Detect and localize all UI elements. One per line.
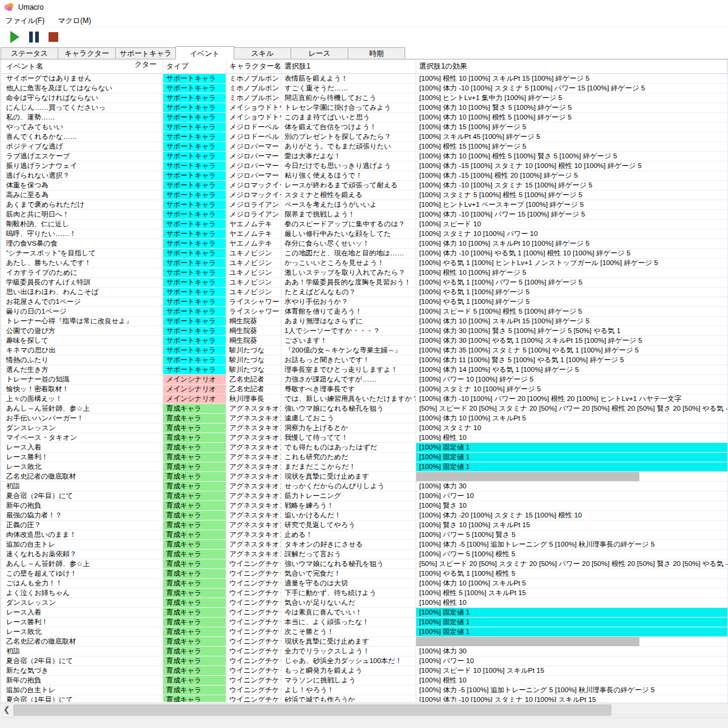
cell-character-name: ウイニングチケット — [226, 588, 281, 598]
table-row[interactable]: やってみてもいいサポートキャラメジロドーベル体を鍛えて自信をつけよう！[100%… — [1, 123, 727, 132]
tab-event[interactable]: イベント — [175, 46, 234, 59]
table-row[interactable]: 趣味を探してサポートキャラ桐生院葵ございます！[100%] 体力 30 [100… — [1, 336, 727, 346]
table-row[interactable]: 追加の自主トレ育成キャラウイニングチケットよし！やろう！[100%] 体力 -5… — [1, 686, 727, 695]
table-row[interactable]: 初詣育成キャラウイニングチケット全力でリラックスしよう！[100%] 体力 30 — [1, 647, 727, 656]
pause-button[interactable] — [26, 30, 42, 44]
table-row[interactable]: お花屋さんでの1ページサポートキャラライスシャワー水やり手伝おうか？[100%]… — [1, 297, 727, 307]
cell-character-name: メイショウドトウ — [226, 103, 281, 112]
table-row[interactable]: 新たな気づき育成キャラウイニングチケットもっと瞬発力を鍛えよう[100%] スピ… — [1, 666, 727, 676]
table-row[interactable]: 乙名史記者の徹底取材育成キャラアグネスタキオン現状を真摯に受け止めます — [1, 472, 727, 482]
table-row[interactable]: 夏合宿（2年目）にて育成キャラウイニングチケットじゃあ、砂浜全力ダッシュ100本… — [1, 656, 727, 666]
table-row[interactable]: 選んだ生き方サポートキャラ駿川たづな理事長室までひとっ走りしますよ！[100%]… — [1, 365, 727, 375]
tab-support-character[interactable]: サポートキャラクター — [115, 47, 176, 59]
table-row[interactable]: あくまで褒められただけサポートキャラメジロライアンペースを考えたほうがいいよ[1… — [1, 200, 727, 210]
table-row[interactable]: 筋肉と共に明日へ！サポートキャラメジロライアン限界まで挑戦しよう！[100%] … — [1, 210, 727, 220]
table-row[interactable]: 学級委員長のすんげぇ特訓サポートキャラユキノビジンああ！学級委員長的な度胸を見習… — [1, 278, 727, 288]
cell-choice1: これも研究のためだ — [281, 453, 416, 462]
tab-skill[interactable]: スキル — [234, 47, 291, 59]
tab-period[interactable]: 時期 — [348, 47, 405, 59]
table-row[interactable]: レース入着育成キャラウイニングチケット今は素直に喜んでいい！[100%] 固定値… — [1, 608, 727, 618]
table-row[interactable]: レース入着育成キャラアグネスタキオンでも得たものはあったはずだ[100%] 固定… — [1, 443, 727, 453]
table-row[interactable]: 愉快ッ！密着取材！メインシナリオ乙名史記者尊敬すべき理事長です[100%] スタ… — [1, 385, 727, 394]
cell-choice1-effect: [100%] 体力 14 [100%] やる気 1 [100%] 絆ゲージ 5 — [416, 365, 727, 374]
table-row[interactable]: 他人に危害を及ぼしてはならないサポートキャラミホノブルボンすごく重そうだ……[1… — [1, 84, 727, 93]
tab-character[interactable]: キャラクター — [58, 47, 116, 59]
table-row[interactable]: ダンスレッスン育成キャラウイニングチケット気合いが足りないんだ[100%] 根性… — [1, 598, 727, 608]
cell-character-name: 桐生院葵 — [226, 336, 281, 345]
table-row[interactable]: 新年の抱負育成キャラウイニングチケットマラソンに挑戦しよう[100%] 根性 1… — [1, 676, 727, 686]
table-row[interactable]: 理の食VS暴の食サポートキャラヤエノムテキ存分に食らい尽くせいッ！[100%] … — [1, 239, 727, 249]
table-row[interactable]: 正義の圧？育成キャラアグネスタキオン研究で見返してやろう[100%] 賢さ 10… — [1, 521, 727, 530]
table-row[interactable]: 上々の面構えッ！メインシナリオ秋川理事長では、新しい練習用具をいただけますか？[… — [1, 394, 727, 404]
table-row[interactable]: マイペース・タキオン育成キャラアグネスタキオン我慢して待ってて！[100%] 根… — [1, 433, 727, 443]
table-row[interactable]: 公園での遊び方サポートキャラ桐生院葵1人でシーソーですか・・・？[100%] 体… — [1, 326, 727, 336]
cell-type: サポートキャラ — [163, 268, 226, 277]
table-row[interactable]: 命令は守らなければならないサポートキャラミホノブルボン開店直前から待機しておこう… — [1, 93, 727, 103]
table-row[interactable]: ”シチースポット”を目指してサポートキャラユキノビジンこの地図だと、現在地と目的… — [1, 249, 727, 258]
table-row[interactable]: 体重を保つ為サポートキャラメジロマックイーンレースが終わるまで頑張って耐える[1… — [1, 181, 727, 190]
table-row[interactable]: にんじん……買ってくださいっサポートキャラメイショウドトウトレセン学園に掛け合っ… — [1, 103, 727, 113]
table-row[interactable]: 逃げられない選択？サポートキャラメジロパーマー粘り強く使えるほうで！[100%]… — [1, 171, 727, 181]
menu-file[interactable]: ファイル(F) — [5, 16, 44, 26]
table-row[interactable]: 追加の自主トレ育成キャラアグネスタキオンタキオンの好きにさせる[100%] 体力… — [1, 540, 727, 550]
table-row[interactable]: 情熱のふたりサポートキャラ駿川たづなお話もっと聞きたいです！[100%] 体力 … — [1, 356, 727, 365]
table-row[interactable]: 初詣育成キャラアグネスタキオンせっかくだからのんびりしよう[100%] 体力 3… — [1, 482, 727, 491]
cell-character-name: メジロパーマー — [226, 171, 281, 180]
table-row[interactable]: 振り逃げランナウェイサポートキャラメジロパーマー今日だけでも思いっきり逃げよう[… — [1, 161, 727, 171]
table-row[interactable]: レース勝利！育成キャラウイニングチケット本当に、よく頑張ったな！[100%] 固… — [1, 618, 727, 627]
table-row[interactable]: あんし～ん笹針師、参☆上育成キャラアグネスタキオン強いウマ娘になれる秘孔を狙う[… — [1, 404, 727, 414]
table-row[interactable]: ラブ逃げエスケープサポートキャラメジロパーマー愛は大事だよな！[100%] 体力… — [1, 152, 727, 161]
cell-choice1: 理事長室までひとっ走りしますよ！ — [281, 365, 416, 374]
table-row[interactable]: この壁を超えてゆけ！育成キャラウイニングチケット気合いで完食だ！[100%] や… — [1, 569, 727, 579]
header-choice1-effect[interactable]: 選択肢1の効果 — [416, 59, 727, 73]
header-type[interactable]: タイプ — [163, 59, 226, 73]
table-row[interactable]: 新年の抱負育成キャラアグネスタキオン戦略を練ろう！[100%] 賢さ 10 — [1, 501, 727, 511]
table-row[interactable]: 曇りの日の1ページサポートキャラライスシャワー体育館を借りて走ろう！[100%]… — [1, 307, 727, 317]
table-row[interactable]: イカすライブのためにサポートキャラユキノビジン激しいステップを取り入れてみたら？… — [1, 268, 727, 278]
header-choice1[interactable]: 選択肢1 — [281, 59, 416, 73]
header-event-name[interactable]: イベント名 — [1, 59, 163, 73]
table-row[interactable]: 最強の協力者！？育成キャラアグネスタキオン追いかけるんだ！[100%] 体力 -… — [1, 511, 727, 521]
play-button[interactable] — [7, 30, 22, 44]
table-row[interactable]: トレーナー並の知識メインシナリオ乙名史記者力強さが課題なんですが……[100%]… — [1, 375, 727, 385]
table-row[interactable]: 思い出ほわほわ、わんこそばサポートキャラユキノビジンたとえばどんなもの？[100… — [1, 288, 727, 297]
empty-effect-block — [416, 472, 639, 481]
table-row[interactable]: 肉体改造思いのまま！育成キャラアグネスタキオン止める！[100%] パワー 5 … — [1, 530, 727, 540]
table-row[interactable]: 乙名史記者の徹底取材育成キャラウイニングチケット現状を真摯に受け止めます — [1, 637, 727, 647]
scrollbar-thumb[interactable] — [13, 704, 612, 716]
table-row[interactable]: 速くなれるお薬依頼？育成キャラアグネスタキオン誤解だって言おう[100%] パワ… — [1, 550, 727, 559]
cell-event-name: レース勝利！ — [1, 453, 163, 462]
table-row[interactable]: レース勝利！育成キャラアグネスタキオンこれも研究のためだ[100%] 固定値 1 — [1, 453, 727, 462]
header-character-name[interactable]: キャラクター名 — [226, 59, 281, 73]
cell-type: サポートキャラ — [163, 258, 226, 268]
cell-event-name: 体重を保つ為 — [1, 181, 163, 190]
table-row[interactable]: 高みに至る為サポートキャラメジロマックイーンスタミナと根性を鍛える[100%] … — [1, 190, 727, 200]
table-row[interactable]: サイボーグではありませんサポートキャラミホノブルボン表情筋を鍛えよう！[100%… — [1, 74, 727, 84]
table-row[interactable]: 喜んでくれるかな……サポートキャラメジロドーベル別のプレゼントを探してみたら？[… — [1, 132, 727, 142]
tab-status[interactable]: ステータス — [1, 47, 58, 59]
table-row[interactable]: あんし～ん笹針師、参☆上育成キャラウイニングチケット強いウマ娘になれる秘孔を狙う… — [1, 559, 727, 569]
table-row[interactable]: 夏合宿（1年目）にて育成キャラウイニングチケット砂浜で城でも作ろうか[100%]… — [1, 695, 727, 702]
table-row[interactable]: レース敗北育成キャラアグネスタキオンまだまだここからだ！[100%] 固定値 1 — [1, 462, 727, 472]
table-row[interactable]: 夏合宿（2年目）にて育成キャラアグネスタキオン筋力トレーニング[100%] パワ… — [1, 491, 727, 501]
table-row[interactable]: キネマの思ひ出サポートキャラ駿川たづな『200億の女～キケンな専業主婦～』[10… — [1, 346, 727, 356]
table-row[interactable]: トレーナー心得『指導は常に改良せよ』サポートキャラ桐生院葵あまり無理はなさらずに… — [1, 317, 727, 326]
cell-type: 育成キャラ — [163, 540, 226, 549]
table-row[interactable]: レース敗北育成キャラウイニングチケット次こそ勝とう！[100%] 固定値 1 — [1, 627, 727, 637]
table-row[interactable]: ごはんも全力！！育成キャラウイニングチケット適量を守るのは大切[100%] 体力… — [1, 579, 727, 588]
table-row[interactable]: よく泣くお姉ちゃん育成キャラウイニングチケット下手に動かず、待ち続けよう[100… — [1, 588, 727, 598]
tab-race[interactable]: レース — [291, 47, 348, 59]
table-row[interactable]: 私の、運勢……サポートキャラメイショウドトウこのまま待てばいいと思う[100%]… — [1, 113, 727, 123]
stop-button[interactable] — [46, 30, 61, 44]
menu-macro[interactable]: マクロ(M) — [58, 16, 91, 26]
table-row[interactable]: お手伝いハンバーガー！育成キャラアグネスタキオン遠慮しておこう[100%] 体力… — [1, 414, 727, 423]
table-row[interactable]: ポジティブな逃げサポートキャラメジロパーマーありがとう。でもまだ頑張りたい[10… — [1, 142, 727, 152]
cell-choice1: 次こそ勝とう！ — [281, 627, 416, 636]
table-row[interactable]: 剛毅朴訥、仁に近しサポートキャラヤエノムテキ拳のスピードアップに集中するのは？[… — [1, 220, 727, 229]
cell-type: 育成キャラ — [163, 559, 226, 568]
table-row[interactable]: ダンスレッスン育成キャラアグネスタキオン洞察力を上げるとか[100%] スタミナ… — [1, 423, 727, 433]
table-row[interactable]: 嗚呼、守りたい……！サポートキャラヤエノムテキ厳しい修行中みたいな顔をしてた[1… — [1, 229, 727, 239]
table-row[interactable]: あたし、勝ちたいんです！サポートキャラユキノビジンかっこいいところを見せよう！[… — [1, 258, 727, 268]
cell-type: 育成キャラ — [163, 530, 226, 539]
scroll-left-arrow[interactable]: ❮ — [2, 705, 12, 715]
